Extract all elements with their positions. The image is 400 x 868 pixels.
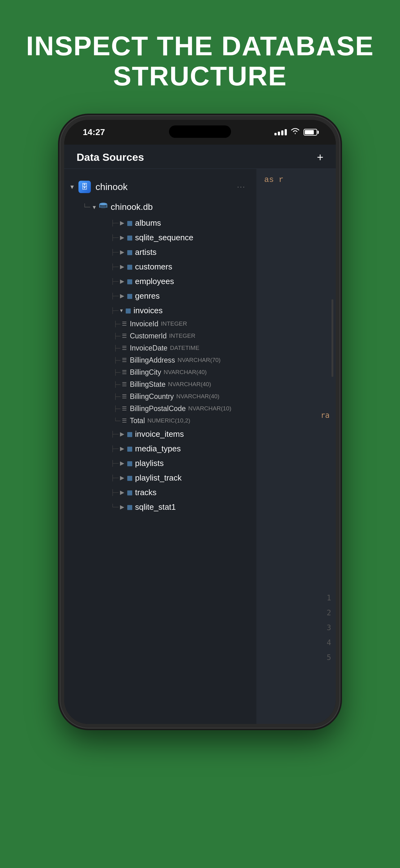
table-row-artists[interactable]: ├─ ▶ ▦ artists [98, 245, 257, 259]
table-row-playlist-track[interactable]: ├─ ▶ ▦ playlist_track [98, 471, 257, 485]
chevron-down-icon: ▾ [70, 183, 74, 191]
invoices-columns: ├─ ☰ InvoiceId INTEGER ├─ ☰ CustomerId [98, 318, 257, 427]
connection-item-chinook[interactable]: ▾ 🗄 chinook ··· [64, 175, 257, 199]
connection-icon: 🗄 [78, 181, 91, 193]
table-row-tracks[interactable]: ├─ ▶ ▦ tracks [98, 485, 257, 500]
col-total: └─ ☰ Total NUMERIC(10,2) [114, 415, 257, 427]
dynamic-island [169, 125, 231, 138]
col-invoicedate: ├─ ☰ InvoiceDate DATETIME [114, 342, 257, 354]
tables-list: ├─ ▶ ▦ albums ├─ ▶ ▦ sqlite_sequence [83, 216, 257, 515]
code-snippet: as r [260, 172, 336, 187]
col-customerid: ├─ ☰ CustomerId INTEGER [114, 330, 257, 342]
more-options-icon[interactable]: ··· [237, 183, 245, 191]
table-row-employees[interactable]: ├─ ▶ ▦ employees [98, 274, 257, 289]
connection-label: chinook [96, 182, 128, 192]
tree-area: ▾ 🗄 chinook ··· └─ ▾ [64, 169, 336, 724]
page-title: INSPECT THE DATABASE STRUCTURE [7, 31, 393, 91]
tree-panel: ▾ 🗄 chinook ··· └─ ▾ [64, 169, 257, 724]
table-row-invoice-items[interactable]: ├─ ▶ ▦ invoice_items [98, 427, 257, 441]
col-billingcity: ├─ ☰ BillingCity NVARCHAR(40) [114, 366, 257, 378]
table-row-media-types[interactable]: ├─ ▶ ▦ media_types [98, 441, 257, 456]
col-billingcountry: ├─ ☰ BillingCountry NVARCHAR(40) [114, 391, 257, 403]
status-time: 14:27 [83, 127, 105, 137]
right-panel: as r 1 2 3 4 5 ra [257, 169, 336, 724]
nav-title: Data Sources [76, 151, 144, 163]
phone-mockup: 14:27 Data Sources + [61, 116, 339, 728]
table-invoices-expanded: ├─ ▾ ▦ invoices ├─ ☰ [98, 303, 257, 427]
table-row-invoices[interactable]: ├─ ▾ ▦ invoices [98, 303, 257, 318]
col-billingstate: ├─ ☰ BillingState NVARCHAR(40) [114, 378, 257, 391]
database-row[interactable]: └─ ▾ chinook.db [83, 199, 257, 216]
col-billingaddress: ├─ ☰ BillingAddress NVARCHAR(70) [114, 354, 257, 366]
code-snippet-ra: ra [321, 411, 330, 420]
table-row-customers[interactable]: ├─ ▶ ▦ customers [98, 259, 257, 274]
table-row-genres[interactable]: ├─ ▶ ▦ genres [98, 289, 257, 303]
table-row-albums[interactable]: ├─ ▶ ▦ albums [98, 216, 257, 230]
table-row-sqlite-stat1[interactable]: └─ ▶ ▦ sqlite_stat1 [98, 500, 257, 515]
scrollbar[interactable] [331, 299, 333, 377]
col-billingpostalcode: ├─ ☰ BillingPostalCode NVARCHAR(10) [114, 403, 257, 415]
database-label: chinook.db [111, 202, 153, 212]
chevron-down-icon: ▾ [93, 203, 96, 211]
status-bar: 14:27 [64, 120, 336, 145]
line-numbers: 1 2 3 4 5 [327, 594, 331, 662]
table-row-sqlite-sequence[interactable]: ├─ ▶ ▦ sqlite_sequence [98, 230, 257, 245]
phone-screen: Data Sources + ▾ 🗄 chinook ··· [64, 145, 336, 724]
table-row-playlists[interactable]: ├─ ▶ ▦ playlists [98, 456, 257, 471]
status-icons [274, 128, 317, 137]
signal-icon [274, 129, 287, 135]
nav-header: Data Sources + [64, 145, 336, 169]
battery-icon [304, 129, 317, 136]
add-datasource-button[interactable]: + [317, 151, 324, 164]
col-invoiceid: ├─ ☰ InvoiceId INTEGER [114, 318, 257, 330]
wifi-icon [291, 128, 300, 137]
